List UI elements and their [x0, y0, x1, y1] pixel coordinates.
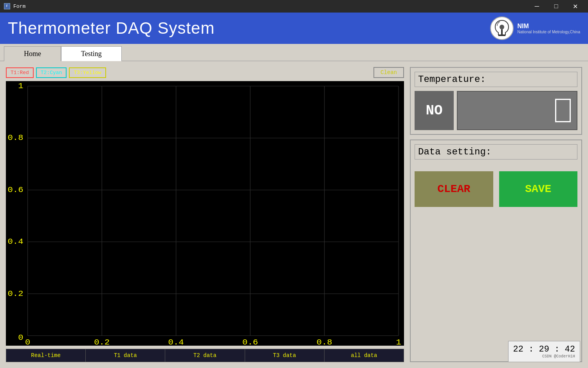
- tab-t3data[interactable]: T3 data: [245, 349, 325, 362]
- app-header: Thermometer DAQ System NIM National Inst…: [0, 13, 588, 44]
- titlebar-controls: ─ □ ✕: [528, 0, 584, 13]
- svg-text:0: 0: [25, 338, 30, 346]
- titlebar-left: F Form: [4, 3, 25, 9]
- svg-rect-1: [498, 35, 505, 36]
- minimize-button[interactable]: ─: [528, 0, 546, 13]
- tab-t1data[interactable]: T1 data: [86, 349, 165, 362]
- app-icon: F: [4, 3, 10, 9]
- clear-button[interactable]: CLEAR: [415, 171, 493, 207]
- svg-point-0: [500, 25, 504, 29]
- clean-button[interactable]: Clean: [373, 67, 404, 78]
- app-logo: NIM National Institute of Metrology,Chin…: [490, 16, 580, 40]
- clock-display: 22 : 29 : 42 CSDN @CoderHiH: [508, 341, 580, 362]
- tabbar: Home Testing: [0, 44, 588, 61]
- chart-legend: T1:Red T2:Cyan T3:Yellow Clean: [6, 67, 404, 78]
- temperature-section: Temperature: NO: [410, 67, 582, 135]
- svg-text:0.8: 0.8: [7, 133, 23, 142]
- legend-t1-button[interactable]: T1:Red: [6, 67, 34, 78]
- close-button[interactable]: ✕: [566, 0, 584, 13]
- logo-text: NIM National Institute of Metrology,Chin…: [518, 23, 580, 34]
- temp-digit: [555, 99, 571, 122]
- svg-text:0: 0: [18, 333, 23, 342]
- maximize-button[interactable]: □: [547, 0, 565, 13]
- logo-circle: [490, 16, 514, 40]
- clock-watermark: CSDN @CoderHiH: [513, 354, 575, 359]
- svg-text:0.4: 0.4: [7, 237, 23, 246]
- svg-text:1: 1: [396, 338, 401, 346]
- svg-text:1: 1: [18, 82, 23, 91]
- legend-t3-button[interactable]: T3:Yellow: [69, 67, 106, 78]
- app-title: Thermometer DAQ System: [8, 19, 215, 38]
- tab-t2data[interactable]: T2 data: [165, 349, 245, 362]
- data-setting-title: Data setting:: [415, 144, 577, 160]
- titlebar: F Form ─ □ ✕: [0, 0, 588, 13]
- temp-no-label: NO: [415, 91, 454, 130]
- svg-text:0.2: 0.2: [94, 338, 110, 346]
- chart-container: 1 0.8 0.6 0.4 0.2 0 0 0.2 0.4 0.6 0.8 1: [6, 81, 404, 346]
- titlebar-title: Form: [13, 4, 25, 9]
- svg-text:0.6: 0.6: [7, 185, 23, 194]
- svg-text:0.2: 0.2: [7, 289, 23, 298]
- main-content: T1:Red T2:Cyan T3:Yellow Clean: [0, 61, 588, 368]
- right-panel: Temperature: NO Data setting: CLEAR SAVE: [410, 67, 582, 362]
- tab-home[interactable]: Home: [4, 46, 61, 61]
- clock-time: 22 : 29 : 42: [513, 344, 575, 354]
- bottom-tabs: Real-time T1 data T2 data T3 data all da…: [6, 349, 404, 362]
- action-buttons: CLEAR SAVE: [415, 171, 577, 207]
- save-button[interactable]: SAVE: [499, 171, 578, 207]
- svg-text:0.8: 0.8: [317, 338, 332, 346]
- tab-testing[interactable]: Testing: [61, 46, 122, 61]
- legend-t2-button[interactable]: T2:Cyan: [36, 67, 67, 78]
- svg-text:0.6: 0.6: [242, 338, 258, 346]
- data-setting-section: Data setting: CLEAR SAVE: [410, 140, 582, 362]
- left-panel: T1:Red T2:Cyan T3:Yellow Clean: [6, 67, 404, 362]
- tab-realtime[interactable]: Real-time: [6, 349, 86, 362]
- temperature-title: Temperature:: [415, 72, 577, 87]
- temperature-display: NO: [415, 91, 577, 130]
- svg-text:0.4: 0.4: [168, 338, 184, 346]
- chart-svg: 1 0.8 0.6 0.4 0.2 0 0 0.2 0.4 0.6 0.8 1: [6, 81, 404, 346]
- tab-alldata[interactable]: all data: [325, 349, 404, 362]
- temp-value-box: [457, 91, 577, 130]
